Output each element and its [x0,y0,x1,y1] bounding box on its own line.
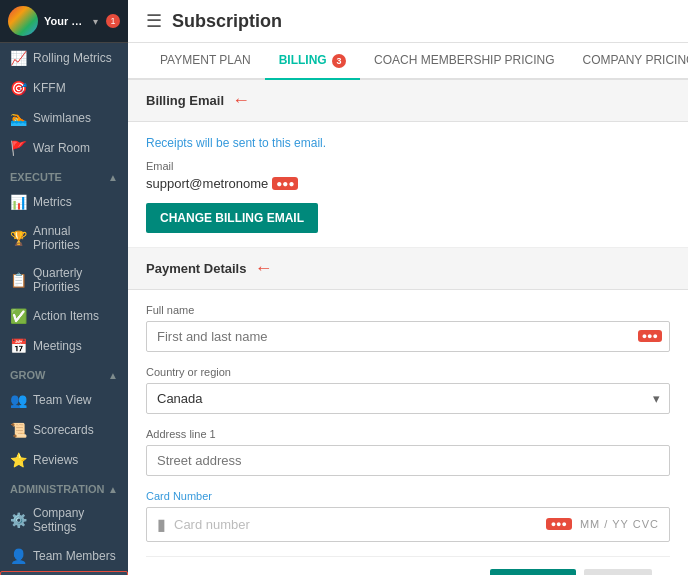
sidebar-item-label: Company Settings [33,506,118,534]
sidebar-item-action-items[interactable]: ✅ Action Items [0,301,128,331]
scorecards-icon: 📜 [10,422,26,438]
sidebar-item-swimlanes[interactable]: 🏊 Swimlanes [0,103,128,133]
administration-section-label: Administration [10,483,105,495]
tab-company-pricing[interactable]: COMPANY PRICING [569,43,688,80]
sidebar-item-label: KFFM [33,81,66,95]
sidebar-item-company-settings[interactable]: ⚙️ Company Settings [0,499,128,541]
full-name-input-wrapper: ●●● [146,321,670,352]
sidebar-item-meetings[interactable]: 📅 Meetings [0,331,128,361]
annual-priorities-icon: 🏆 [10,230,26,246]
sidebar-item-label: Quarterly Priorities [33,266,118,294]
company-badge: 1 [106,14,120,28]
payment-details-arrow-icon: ← [254,258,272,279]
card-icon: ▮ [157,515,166,534]
card-number-label: Card Number [146,490,670,502]
execute-chevron-icon: ▲ [108,172,118,183]
team-view-icon: 👥 [10,392,26,408]
full-name-error-badge: ●●● [638,330,662,342]
action-bar: CANCEL SAVE [146,556,670,575]
sidebar-item-kffm[interactable]: 🎯 KFFM [0,73,128,103]
sidebar-item-label: Annual Priorities [33,224,118,252]
sidebar: Your Company ▾ 1 📈 Rolling Metrics 🎯 KFF… [0,0,128,575]
execute-section-label: Execute [10,171,62,183]
sidebar-item-rolling-metrics[interactable]: 📈 Rolling Metrics [0,43,128,73]
address-input[interactable] [146,445,670,476]
grow-chevron-icon: ▲ [108,370,118,381]
tab-company-pricing-label: COMPANY PRICING [583,53,688,67]
sidebar-item-label: Swimlanes [33,111,91,125]
sidebar-item-scorecards[interactable]: 📜 Scorecards [0,415,128,445]
sidebar-item-quarterly-priorities[interactable]: 📋 Quarterly Priorities [0,259,128,301]
sidebar-item-label: Rolling Metrics [33,51,112,65]
card-placeholder-text: Card number [174,517,538,532]
execute-section-header[interactable]: Execute ▲ [0,163,128,187]
war-room-icon: 🚩 [10,140,26,156]
sidebar-item-label: Action Items [33,309,99,323]
country-select[interactable]: Canada United States United Kingdom Aust… [146,383,670,414]
tab-coach-membership[interactable]: COACH MEMBERSHIP PRICING [360,43,568,80]
billing-email-title: Billing Email [146,93,224,108]
metrics-icon: 📊 [10,194,26,210]
administration-section-header[interactable]: Administration ▲ [0,475,128,499]
tab-content: Billing Email ← Receipts will be sent to… [128,80,688,575]
card-expiry-cvc-label: MM / YY CVC [580,518,659,530]
page-header-icon: ☰ [146,10,162,32]
tab-payment-plan-label: PAYMENT PLAN [160,53,251,67]
rolling-metrics-icon: 📈 [10,50,26,66]
team-members-icon: 👤 [10,548,26,564]
quarterly-priorities-icon: 📋 [10,272,26,288]
grow-section-header[interactable]: Grow ▲ [0,361,128,385]
country-select-wrapper: Canada United States United Kingdom Aust… [146,383,670,414]
sidebar-item-metrics[interactable]: 📊 Metrics [0,187,128,217]
save-button[interactable]: SAVE [584,569,652,575]
full-name-input[interactable] [146,321,670,352]
tab-billing-label: BILLING [279,53,327,67]
billing-email-section: Receipts will be sent to this email. Ema… [128,122,688,248]
sidebar-item-war-room[interactable]: 🚩 War Room [0,133,128,163]
company-logo [8,6,38,36]
action-items-icon: ✅ [10,308,26,324]
company-dropdown-icon[interactable]: ▾ [93,16,98,27]
email-mask-badge: ●●● [272,177,298,190]
company-settings-icon: ⚙️ [10,512,26,528]
sidebar-item-label: Team View [33,393,91,407]
cancel-button[interactable]: CANCEL [490,569,576,575]
sidebar-header[interactable]: Your Company ▾ 1 [0,0,128,43]
sidebar-item-subscription[interactable]: 💳 Subscription 2 [0,571,128,575]
billing-hint: Receipts will be sent to this email. [146,136,670,150]
billing-email-section-header: Billing Email ← [128,80,688,122]
sidebar-item-label: Scorecards [33,423,94,437]
swimlanes-icon: 🏊 [10,110,26,126]
email-value: support@metronome ●●● [146,176,670,191]
country-label: Country or region [146,366,670,378]
sidebar-item-team-members[interactable]: 👤 Team Members [0,541,128,571]
sidebar-item-annual-priorities[interactable]: 🏆 Annual Priorities [0,217,128,259]
sidebar-item-label: Meetings [33,339,82,353]
page-title: Subscription [172,11,282,32]
tab-payment-plan[interactable]: PAYMENT PLAN [146,43,265,80]
grow-section-label: Grow [10,369,45,381]
tab-coach-membership-label: COACH MEMBERSHIP PRICING [374,53,554,67]
sidebar-item-label: Metrics [33,195,72,209]
full-name-label: Full name [146,304,670,316]
address-field: Address line 1 [146,428,670,476]
address-label: Address line 1 [146,428,670,440]
meetings-icon: 📅 [10,338,26,354]
change-billing-email-button[interactable]: CHANGE BILLING EMAIL [146,203,318,233]
tab-bar: PAYMENT PLAN BILLING 3 COACH MEMBERSHIP … [128,43,688,80]
sidebar-item-label: War Room [33,141,90,155]
email-text: support@metronome [146,176,268,191]
card-number-field: Card Number ▮ Card number ●●● MM / YY CV… [146,490,670,542]
billing-email-arrow-icon: ← [232,90,250,111]
sidebar-item-label: Team Members [33,549,116,563]
full-name-field: Full name ●●● [146,304,670,352]
sidebar-item-team-view[interactable]: 👥 Team View [0,385,128,415]
reviews-icon: ⭐ [10,452,26,468]
email-label: Email [146,160,670,172]
kffm-icon: 🎯 [10,80,26,96]
tab-billing[interactable]: BILLING 3 [265,43,360,80]
administration-chevron-icon: ▲ [108,484,118,495]
card-number-row[interactable]: ▮ Card number ●●● MM / YY CVC [146,507,670,542]
sidebar-item-reviews[interactable]: ⭐ Reviews [0,445,128,475]
payment-details-section: Full name ●●● Country or region Canada U… [128,290,688,575]
